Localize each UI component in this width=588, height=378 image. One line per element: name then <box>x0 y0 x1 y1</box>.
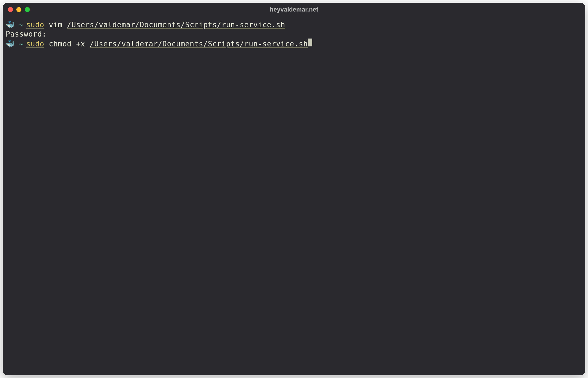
close-button[interactable] <box>8 7 13 12</box>
whale-icon: 🐳 <box>6 20 15 30</box>
traffic-lights <box>8 7 30 12</box>
maximize-button[interactable] <box>25 7 30 12</box>
terminal-line-1: 🐳 ~ sudo vim /Users/valdemar/Documents/S… <box>6 20 582 30</box>
terminal-window: heyvaldemar.net 🐳 ~ sudo vim /Users/vald… <box>3 3 585 375</box>
prompt-tilde: ~ <box>19 20 23 30</box>
terminal-body[interactable]: 🐳 ~ sudo vim /Users/valdemar/Documents/S… <box>3 16 585 375</box>
sudo-command: sudo <box>26 20 44 30</box>
command-name: vim <box>49 20 62 30</box>
file-path: /Users/valdemar/Documents/Scripts/run-se… <box>90 39 308 49</box>
command-arg: +x <box>76 39 85 49</box>
whale-icon: 🐳 <box>6 39 15 49</box>
window-title: heyvaldemar.net <box>270 6 318 13</box>
command-name: chmod <box>49 39 71 49</box>
prompt-tilde: ~ <box>19 39 23 49</box>
minimize-button[interactable] <box>16 7 21 12</box>
terminal-line-2: Password: <box>6 30 582 39</box>
cursor <box>308 39 312 46</box>
terminal-line-3: 🐳 ~ sudo chmod +x /Users/valdemar/Docume… <box>6 39 582 49</box>
file-path: /Users/valdemar/Documents/Scripts/run-se… <box>67 20 285 30</box>
title-bar: heyvaldemar.net <box>3 3 585 16</box>
sudo-command: sudo <box>26 39 44 49</box>
password-prompt: Password: <box>6 30 46 39</box>
